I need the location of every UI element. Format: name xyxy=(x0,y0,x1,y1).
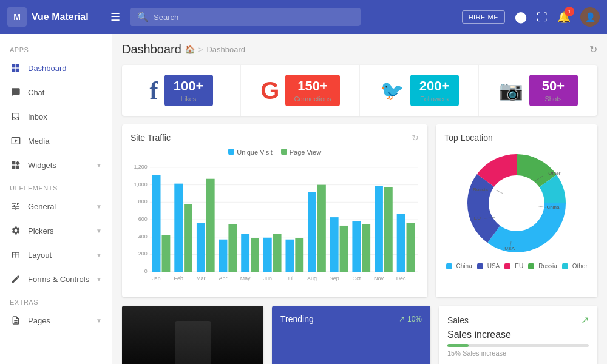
inbox-icon xyxy=(10,110,22,123)
social-card-instagram[interactable]: 📷 50+ Shots xyxy=(479,65,597,116)
notification-badge: 1 xyxy=(565,7,574,16)
sidebar-item-layout[interactable]: Layout ▼ xyxy=(0,243,112,267)
sidebar-item-dashboard[interactable]: Dashboard xyxy=(0,56,112,80)
donut-chart-svg: Other Russia China EU USA xyxy=(462,149,571,258)
svg-rect-25 xyxy=(228,224,237,272)
notifications-icon[interactable]: 🔔 1 xyxy=(557,10,571,24)
svg-rect-31 xyxy=(295,238,304,272)
twitter-stats: 200+ Followers xyxy=(410,75,459,106)
media-card: ‹ ✏ ⋮ xyxy=(122,306,263,364)
fullscreen-icon[interactable]: ⛶ xyxy=(537,11,548,24)
svg-rect-35 xyxy=(340,226,348,272)
svg-text:EU: EU xyxy=(474,215,481,221)
trending-card: Trending ↗ 10% xyxy=(272,306,430,364)
trending-title: Trending xyxy=(280,314,314,324)
legend-eu: EU xyxy=(504,263,523,269)
sidebar-section-apps: Apps xyxy=(0,39,112,56)
svg-text:0: 0 xyxy=(144,268,148,274)
instagram-count: 50+ xyxy=(538,78,569,94)
facebook-label: Likes xyxy=(173,95,205,103)
sidebar-item-inbox[interactable]: Inbox xyxy=(0,104,112,129)
svg-rect-19 xyxy=(161,235,170,272)
sidebar-label-pages: Pages xyxy=(28,316,90,325)
tune-icon xyxy=(10,200,22,212)
sales-increase-label: Sales increase xyxy=(447,329,589,340)
sidebar-label-media: Media xyxy=(28,136,102,146)
sidebar-item-pages[interactable]: Pages ▼ xyxy=(0,308,112,332)
pages-icon xyxy=(10,314,22,326)
svg-rect-33 xyxy=(317,185,326,272)
svg-text:Other: Other xyxy=(548,170,561,176)
site-traffic-refresh-icon[interactable]: ↻ xyxy=(412,133,419,143)
google-count: 150+ xyxy=(294,78,331,94)
top-location-card: Top Location xyxy=(436,124,597,297)
sidebar-item-media[interactable]: Media xyxy=(0,129,112,153)
avatar[interactable]: 👤 xyxy=(580,7,600,27)
chevron-layout-icon: ▼ xyxy=(96,252,102,258)
social-card-google[interactable]: G 150+ Connections xyxy=(241,65,360,116)
svg-text:1,000: 1,000 xyxy=(134,181,147,187)
sidebar-item-chat[interactable]: Chat xyxy=(0,80,112,104)
svg-text:Sep: Sep xyxy=(330,275,339,281)
legend-other: Other xyxy=(562,263,588,269)
breadcrumb-refresh-icon[interactable]: ↻ xyxy=(589,44,597,55)
sidebar-label-forms: Forms & Controls xyxy=(28,275,90,284)
menu-icon[interactable]: ☰ xyxy=(110,10,120,24)
sales-bar-fill xyxy=(447,344,469,347)
chevron-widgets-icon: ▼ xyxy=(96,162,102,169)
twitter-logo: 🐦 xyxy=(380,81,404,100)
svg-rect-3 xyxy=(16,69,19,72)
social-cards: f 100+ Likes G 150+ Connections 🐦 200+ xyxy=(122,65,597,116)
svg-rect-38 xyxy=(375,186,383,272)
breadcrumb: Dashboard 🏠 > Dashboard ↻ xyxy=(122,42,597,56)
breadcrumb-current: Dashboard xyxy=(206,45,245,54)
sidebar-label-pickers: Pickers xyxy=(28,226,90,235)
social-card-facebook[interactable]: f 100+ Likes xyxy=(122,65,241,116)
app-name: Vue Material xyxy=(32,12,89,22)
svg-rect-30 xyxy=(285,240,294,272)
svg-rect-29 xyxy=(273,234,282,272)
sidebar-item-widgets[interactable]: Widgets ▼ xyxy=(0,153,112,177)
instagram-logo: 📷 xyxy=(499,81,523,100)
sidebar-label-dashboard: Dashboard xyxy=(28,64,102,73)
sidebar-item-pickers[interactable]: Pickers ▼ xyxy=(0,218,112,243)
sidebar-section-ui: UI Elements xyxy=(0,177,112,194)
sidebar-item-general[interactable]: General ▼ xyxy=(0,194,112,218)
svg-rect-34 xyxy=(330,217,339,272)
sidebar-item-forms[interactable]: Forms & Controls ▼ xyxy=(0,267,112,291)
hire-me-button[interactable]: HIRE ME xyxy=(462,10,505,24)
google-label: Connections xyxy=(294,95,331,103)
legend-unique: Unique Visit xyxy=(228,149,273,156)
legend-china: China xyxy=(446,263,472,269)
charts-row: Site Traffic ↻ Unique Visit Page View 1,… xyxy=(122,124,597,297)
svg-text:Nov: Nov xyxy=(374,275,384,281)
media-icon xyxy=(10,135,22,147)
legend-russia: Russia xyxy=(528,263,557,269)
svg-text:USA: USA xyxy=(504,246,515,251)
dashboard-icon xyxy=(10,62,22,74)
svg-rect-18 xyxy=(152,175,161,272)
google-stats: 150+ Connections xyxy=(285,75,339,106)
github-icon[interactable]: ⬤ xyxy=(515,10,527,24)
top-nav: M Vue Material ☰ 🔍 HIRE ME ⬤ ⛶ 🔔 1 👤 xyxy=(0,0,607,34)
svg-text:200: 200 xyxy=(138,251,148,257)
svg-text:Aug: Aug xyxy=(307,275,317,281)
svg-rect-41 xyxy=(407,223,415,272)
svg-text:600: 600 xyxy=(138,216,148,222)
sales-trend-icon: ↗ xyxy=(581,314,589,326)
home-icon[interactable]: 🏠 xyxy=(185,45,195,54)
donut-legend: China USA EU Russia xyxy=(446,263,588,269)
sidebar-section-extras: Extras xyxy=(0,291,112,308)
bar-chart-legend: Unique Visit Page View xyxy=(131,149,419,156)
svg-rect-20 xyxy=(174,184,183,272)
sidebar: Apps Dashboard Chat Inbox Media xyxy=(0,34,112,364)
facebook-count: 100+ xyxy=(173,78,205,94)
svg-text:Jun: Jun xyxy=(263,275,272,281)
search-input[interactable] xyxy=(154,13,353,22)
svg-text:Russia: Russia xyxy=(473,187,488,192)
logo-icon: M xyxy=(7,7,27,27)
social-card-twitter[interactable]: 🐦 200+ Followers xyxy=(360,65,479,116)
svg-text:800: 800 xyxy=(138,198,148,204)
top-location-title: Top Location xyxy=(444,133,589,143)
svg-rect-24 xyxy=(219,240,228,272)
